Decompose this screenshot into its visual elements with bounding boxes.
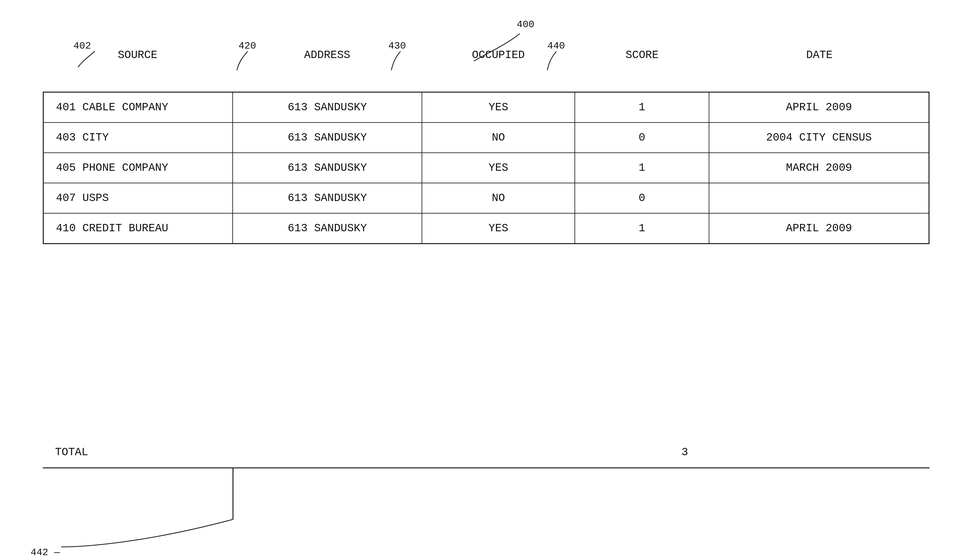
table-header-area: SOURCE ADDRESS OCCUPIED SCORE DATE	[43, 49, 929, 64]
cell-date-1: APRIL 2009	[709, 92, 929, 123]
cell-address-4: 613 SANDUSKY	[233, 183, 422, 213]
cell-occupied-4: NO	[422, 183, 575, 213]
cell-occupied-1: YES	[422, 92, 575, 123]
cell-score-3: 1	[575, 153, 709, 183]
ref-400: 400	[517, 19, 535, 30]
diagram-container: 400 402 420 430 440 442 — SOURCE ADDRESS…	[0, 0, 979, 560]
cell-source-5: 410 CREDIT BUREAU	[43, 213, 233, 244]
cell-score-5: 1	[575, 213, 709, 244]
table-row: 410 CREDIT BUREAU 613 SANDUSKY YES 1 APR…	[43, 213, 929, 244]
total-divider-line	[43, 467, 929, 468]
cell-score-2: 0	[575, 123, 709, 153]
table-row: 407 USPS 613 SANDUSKY NO 0	[43, 183, 929, 213]
ref-442: 442 —	[30, 547, 60, 558]
cell-score-1: 1	[575, 92, 709, 123]
total-label: TOTAL	[43, 446, 206, 458]
cell-date-4	[709, 183, 929, 213]
cell-occupied-3: YES	[422, 153, 575, 183]
total-row: TOTAL 3	[43, 446, 929, 458]
data-table: 401 CABLE COMPANY 613 SANDUSKY YES 1 APR…	[43, 92, 929, 244]
annotation-svg	[0, 0, 979, 560]
cell-address-3: 613 SANDUSKY	[233, 153, 422, 183]
cell-source-1: 401 CABLE COMPANY	[43, 92, 233, 123]
cell-date-5: APRIL 2009	[709, 213, 929, 244]
table-row: 401 CABLE COMPANY 613 SANDUSKY YES 1 APR…	[43, 92, 929, 123]
cell-occupied-2: NO	[422, 123, 575, 153]
total-score: 3	[628, 446, 742, 458]
cell-date-3: MARCH 2009	[709, 153, 929, 183]
header-occupied: OCCUPIED	[422, 49, 575, 62]
table-row: 403 CITY 613 SANDUSKY NO 0 2004 CITY CEN…	[43, 123, 929, 153]
header-score: SCORE	[575, 49, 709, 62]
cell-source-2: 403 CITY	[43, 123, 233, 153]
header-source: SOURCE	[43, 49, 232, 62]
table-row: 405 PHONE COMPANY 613 SANDUSKY YES 1 MAR…	[43, 153, 929, 183]
cell-address-5: 613 SANDUSKY	[233, 213, 422, 244]
header-address: ADDRESS	[232, 49, 422, 62]
header-date: DATE	[709, 49, 929, 62]
cell-score-4: 0	[575, 183, 709, 213]
cell-source-3: 405 PHONE COMPANY	[43, 153, 233, 183]
cell-address-2: 613 SANDUSKY	[233, 123, 422, 153]
cell-source-4: 407 USPS	[43, 183, 233, 213]
cell-date-2: 2004 CITY CENSUS	[709, 123, 929, 153]
cell-address-1: 613 SANDUSKY	[233, 92, 422, 123]
cell-occupied-5: YES	[422, 213, 575, 244]
